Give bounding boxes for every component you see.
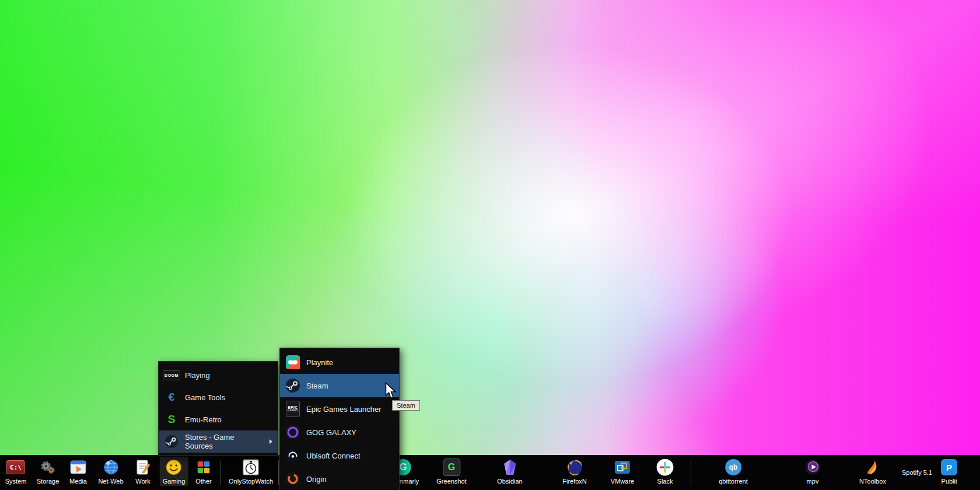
taskbar-item-storage[interactable]: Storage xyxy=(34,457,62,486)
taskbar-divider xyxy=(220,460,221,485)
network-globe-icon xyxy=(102,458,120,477)
work-notes-icon xyxy=(134,458,152,477)
menu-item-playnite[interactable]: Playnite xyxy=(280,351,399,374)
taskbar-label: Storage xyxy=(37,478,60,485)
taskbar-label: Greenshot xyxy=(436,478,466,485)
taskbar-label: NToolbox xyxy=(859,478,886,485)
emulator-icon: S xyxy=(168,413,176,426)
media-player-icon xyxy=(69,458,88,477)
taskbar-item-publii[interactable]: P Publii xyxy=(937,457,961,486)
taskbar-label: Publii xyxy=(942,478,957,485)
taskbar-item-work[interactable]: Work xyxy=(131,457,155,486)
menu-item-label: Playnite xyxy=(306,358,333,367)
taskbar-divider xyxy=(691,460,691,485)
steam-icon xyxy=(285,378,300,393)
playnite-icon xyxy=(285,355,300,370)
vmware-icon xyxy=(613,458,632,477)
desktop: C:\ System Storage xyxy=(0,0,980,490)
menu-item-label: Steam xyxy=(306,382,328,390)
mouse-cursor-icon xyxy=(385,382,397,402)
steam-icon xyxy=(164,434,179,449)
taskbar-item-spotify[interactable]: Spotify 5.1 xyxy=(899,455,935,490)
doom-icon: DOOM xyxy=(163,370,180,380)
taskbar-item-onlystopwatch[interactable]: OnlyStopWatch xyxy=(226,457,276,486)
menu-item-origin[interactable]: Origin xyxy=(280,467,399,490)
menu-item-label: Epic Games Launcher xyxy=(306,405,382,414)
menu-item-label: Playing xyxy=(185,371,210,380)
taskbar-item-vmware[interactable]: VMware xyxy=(608,457,637,486)
taskbar-divider xyxy=(278,460,279,485)
menu-item-label: Ubisoft Connect xyxy=(306,452,360,460)
storage-gears-icon xyxy=(38,458,57,477)
gog-galaxy-icon xyxy=(285,425,300,440)
desktop-wallpaper xyxy=(0,0,980,490)
qbittorrent-icon: qb xyxy=(725,459,741,475)
menu-item-gog-galaxy[interactable]: GOG GALAXY xyxy=(280,421,399,444)
greenshot-icon: G xyxy=(443,459,460,476)
taskbar: C:\ System Storage xyxy=(0,455,980,490)
cheat-engine-icon: € xyxy=(169,391,175,404)
gaming-toolbar-menu: DOOM Playing € Game Tools S Emu-Retro xyxy=(158,361,278,456)
taskbar-item-firefoxn[interactable]: FirefoxN xyxy=(559,457,590,486)
ntoolbox-icon xyxy=(863,458,882,477)
origin-icon xyxy=(285,471,300,487)
publii-icon: P xyxy=(941,459,957,475)
taskbar-label: OnlyStopWatch xyxy=(229,478,273,485)
stores-submenu: Playnite Steam EPIC GAMES Epic Games Lau xyxy=(279,348,400,490)
taskbar-item-net-web[interactable]: Net-Web xyxy=(95,457,126,486)
menu-item-label: Stores - Game Sources xyxy=(185,433,264,450)
menu-item-label: Emu-Retro xyxy=(185,415,222,424)
submenu-arrow-icon xyxy=(270,439,272,444)
menu-item-label: Game Tools xyxy=(185,393,225,402)
taskbar-item-ntoolbox[interactable]: NToolbox xyxy=(856,457,889,486)
obsidian-icon xyxy=(501,458,519,477)
taskbar-item-obsidian[interactable]: Obsidian xyxy=(494,457,525,486)
menu-item-stores-game-sources[interactable]: Stores - Game Sources xyxy=(159,430,278,453)
slack-icon xyxy=(656,458,674,477)
taskbar-item-slack[interactable]: Slack xyxy=(653,457,677,486)
mpv-icon xyxy=(803,458,822,477)
taskbar-label: Other xyxy=(195,478,212,485)
system-drive-icon: C:\ xyxy=(6,460,25,474)
taskbar-item-media[interactable]: Media xyxy=(66,457,90,486)
menu-item-steam[interactable]: Steam xyxy=(280,374,399,397)
taskbar-item-qbittorrent[interactable]: qb qbittorrent xyxy=(716,457,751,486)
taskbar-item-other[interactable]: Other xyxy=(191,457,216,486)
taskbar-label: Spotify 5.1 xyxy=(902,469,932,476)
taskbar-label: qbittorrent xyxy=(719,478,748,485)
taskbar-item-mpv[interactable]: mpv xyxy=(800,457,825,486)
menu-item-ubisoft-connect[interactable]: Ubisoft Connect xyxy=(280,444,399,467)
taskbar-label: Work xyxy=(135,478,150,485)
menu-item-epic-games-launcher[interactable]: EPIC GAMES Epic Games Launcher xyxy=(280,397,399,421)
taskbar-label: Obsidian xyxy=(497,478,522,485)
other-blocks-icon xyxy=(194,458,213,477)
taskbar-label: Gaming xyxy=(163,478,186,485)
epic-games-icon: EPIC GAMES xyxy=(286,401,300,417)
taskbar-label: mpv xyxy=(807,478,819,485)
taskbar-item-gaming[interactable]: Gaming xyxy=(160,457,188,486)
menu-item-emu-retro[interactable]: S Emu-Retro xyxy=(159,408,278,430)
taskbar-item-system[interactable]: C:\ System xyxy=(2,457,30,486)
ubisoft-icon xyxy=(285,448,300,463)
taskbar-label: Media xyxy=(69,478,87,485)
menu-item-label: GOG GALAXY xyxy=(306,428,356,437)
taskbar-item-greenshot[interactable]: G Greenshot xyxy=(433,457,469,486)
firefox-icon xyxy=(565,458,584,477)
taskbar-label: System xyxy=(5,478,27,485)
taskbar-label: FirefoxN xyxy=(562,478,587,485)
stopwatch-icon xyxy=(242,458,260,477)
menu-item-label: Origin xyxy=(306,475,327,484)
menu-item-playing[interactable]: DOOM Playing xyxy=(159,364,278,386)
gaming-smiley-icon xyxy=(164,458,183,477)
taskbar-label: VMware xyxy=(611,478,634,485)
taskbar-label: Slack xyxy=(657,478,673,485)
taskbar-label: Net-Web xyxy=(98,478,123,485)
menu-item-game-tools[interactable]: € Game Tools xyxy=(159,386,278,408)
